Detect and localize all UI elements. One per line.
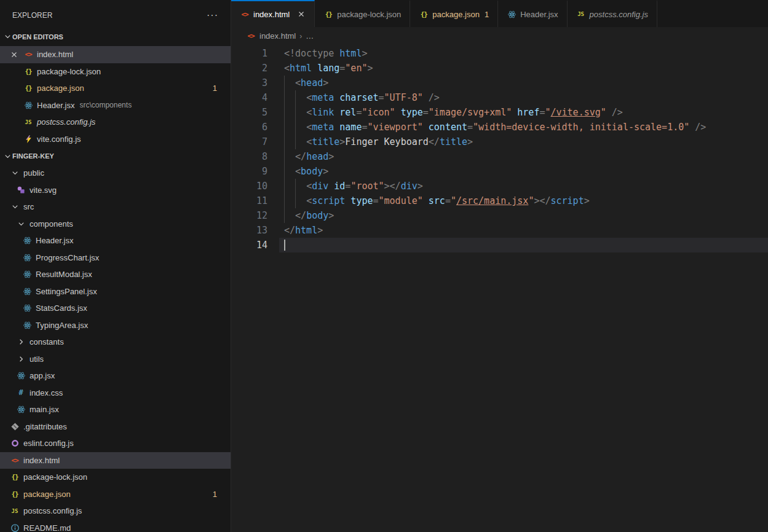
tree-item-TypingArea.jsx[interactable]: TypingArea.jsx [0, 317, 231, 334]
open-editor-item-postcss.config.js[interactable]: JSpostcss.config.js [0, 114, 231, 131]
open-editors-header[interactable]: OPEN EDITORS [0, 27, 231, 46]
vite-icon [23, 134, 33, 144]
react-icon [507, 9, 517, 19]
file-label: README.md [23, 523, 71, 532]
tab-index.html[interactable]: <>index.html [231, 0, 315, 27]
tree-item-vite.svg[interactable]: vite.svg [0, 182, 231, 199]
tree-item-Header.jsx[interactable]: Header.jsx [0, 232, 231, 249]
tree-folder-src[interactable]: src [0, 198, 231, 216]
tree-folder-public[interactable]: public [0, 165, 231, 182]
open-editor-item-index.html[interactable]: <>index.html [0, 46, 231, 63]
file-label: package-lock.json [23, 472, 87, 482]
explorer-titlebar: EXPLORER ··· [0, 0, 231, 27]
tree-item-ProgressChart.jsx[interactable]: ProgressChart.jsx [0, 249, 231, 267]
chevron-right-icon[interactable] [16, 337, 26, 347]
line-number: 14 [231, 238, 267, 252]
code-line-3[interactable]: 3 <head> [231, 76, 768, 90]
line-number: 5 [231, 105, 267, 120]
code-line-11[interactable]: 11 <script type="module" src="/src/main.… [231, 194, 768, 208]
code-line-13[interactable]: 13</html> [231, 223, 768, 238]
folder-label: constants [30, 337, 64, 346]
file-label: index.html [37, 50, 73, 59]
file-label: ResultModal.jsx [36, 270, 92, 279]
tree-item-eslint.config.js[interactable]: eslint.config.js [0, 435, 231, 452]
breadcrumb-more[interactable]: … [306, 31, 314, 41]
breadcrumb-file[interactable]: index.html [259, 31, 296, 41]
css-icon: # [16, 388, 26, 397]
html-icon: <> [10, 455, 20, 465]
tree-folder-components[interactable]: components [0, 216, 231, 233]
code-line-9[interactable]: 9 <body> [231, 164, 768, 179]
code-line-1[interactable]: 1<!doctype html> [231, 46, 768, 61]
tree-item-index.css[interactable]: #index.css [0, 385, 231, 402]
tree-item-SettingsPanel.jsx[interactable]: SettingsPanel.jsx [0, 283, 231, 300]
tab-package.json[interactable]: {}package.json1 [410, 0, 498, 27]
open-editor-item-vite.config.js[interactable]: vite.config.js [0, 131, 231, 148]
tree-item-postcss.config.js[interactable]: JSpostcss.config.js [0, 503, 231, 520]
open-editors-label: OPEN EDITORS [12, 33, 63, 41]
indent-guide [284, 90, 285, 105]
code-line-4[interactable]: 4 <meta charset="UTF-8" /> [231, 90, 768, 105]
chevron-down-icon[interactable] [16, 219, 26, 229]
tab-Header.jsx[interactable]: Header.jsx [498, 0, 567, 27]
indent-guide [284, 76, 285, 90]
folder-label: src [23, 202, 34, 211]
tree-item-app.jsx[interactable]: app.jsx [0, 367, 231, 385]
json-icon: {} [10, 472, 20, 482]
code-line-10[interactable]: 10 <div id="root"></div> [231, 179, 768, 194]
chevron-down-icon[interactable] [10, 202, 20, 212]
json-icon: {} [10, 489, 20, 499]
line-number: 11 [231, 194, 267, 208]
chevron-down-icon[interactable] [2, 32, 12, 42]
tree-folder-constants[interactable]: constants [0, 334, 231, 351]
tree-item-package.json[interactable]: {}package.json1 [0, 486, 231, 503]
html-icon: <> [240, 9, 250, 19]
eslint-icon [10, 439, 20, 448]
indent-guide [284, 164, 285, 179]
indent-guide [295, 179, 296, 194]
code-line-8[interactable]: 8 </head> [231, 149, 768, 164]
modified-badge: 1 [213, 84, 217, 93]
close-icon[interactable] [297, 10, 306, 18]
open-editor-item-package-lock.json[interactable]: {}package-lock.json [0, 63, 231, 80]
tree-item-.gitattributes[interactable]: .gitattributes [0, 418, 231, 436]
file-label: package.json [37, 84, 84, 93]
tab-postcss.config.js[interactable]: JSpostcss.config.js [568, 0, 657, 27]
file-label: ProgressChart.jsx [36, 253, 99, 262]
file-label: vite.svg [30, 186, 57, 195]
chevron-down-icon[interactable] [2, 151, 12, 161]
tree-item-index.html[interactable]: <>index.html [0, 452, 231, 469]
chevron-right-icon[interactable] [16, 354, 26, 364]
tree-item-main.jsx[interactable]: main.jsx [0, 401, 231, 418]
code-line-5[interactable]: 5 <link rel="icon" type="image/svg+xml" … [231, 105, 768, 120]
open-editor-item-package.json[interactable]: {}package.json1 [0, 80, 231, 97]
indent-guide [295, 135, 296, 149]
tree-folder-utils[interactable]: utils [0, 351, 231, 368]
chevron-down-icon[interactable] [10, 168, 20, 178]
workspace-header[interactable]: FINGER-KEY [0, 147, 231, 165]
file-label: main.jsx [30, 405, 59, 414]
breadcrumb[interactable]: <> index.html › … [231, 27, 768, 45]
open-editor-item-Header.jsx[interactable]: Header.jsxsrc\components [0, 97, 231, 114]
file-label: app.jsx [30, 371, 55, 380]
code-line-7[interactable]: 7 <title>Finger Keyboard</title> [231, 135, 768, 149]
json-icon: {} [323, 9, 333, 19]
ellipsis-icon[interactable]: ··· [207, 12, 218, 18]
tab-package-lock.json[interactable]: {}package-lock.json [315, 0, 410, 27]
indent-guide [284, 120, 285, 135]
code-area[interactable]: 1<!doctype html>2<html lang="en">3 <head… [231, 45, 768, 252]
tree-item-ResultModal.jsx[interactable]: ResultModal.jsx [0, 266, 231, 283]
close-icon[interactable] [10, 50, 23, 59]
tree-item-package-lock.json[interactable]: {}package-lock.json [0, 469, 231, 486]
code-line-6[interactable]: 6 <meta name="viewport" content="width=d… [231, 120, 768, 135]
line-number: 1 [231, 46, 267, 61]
code-line-12[interactable]: 12 </body> [231, 208, 768, 223]
code-line-2[interactable]: 2<html lang="en"> [231, 61, 768, 76]
json-icon: {} [419, 9, 429, 19]
open-editors-list: <>index.html{}package-lock.json{}package… [0, 46, 231, 147]
tree-item-StatsCards.jsx[interactable]: StatsCards.jsx [0, 300, 231, 317]
text-cursor [284, 240, 285, 251]
code-line-14[interactable]: 14 [231, 238, 768, 252]
file-label: Header.jsx [37, 101, 74, 110]
tree-item-README.md[interactable]: README.md [0, 520, 231, 532]
